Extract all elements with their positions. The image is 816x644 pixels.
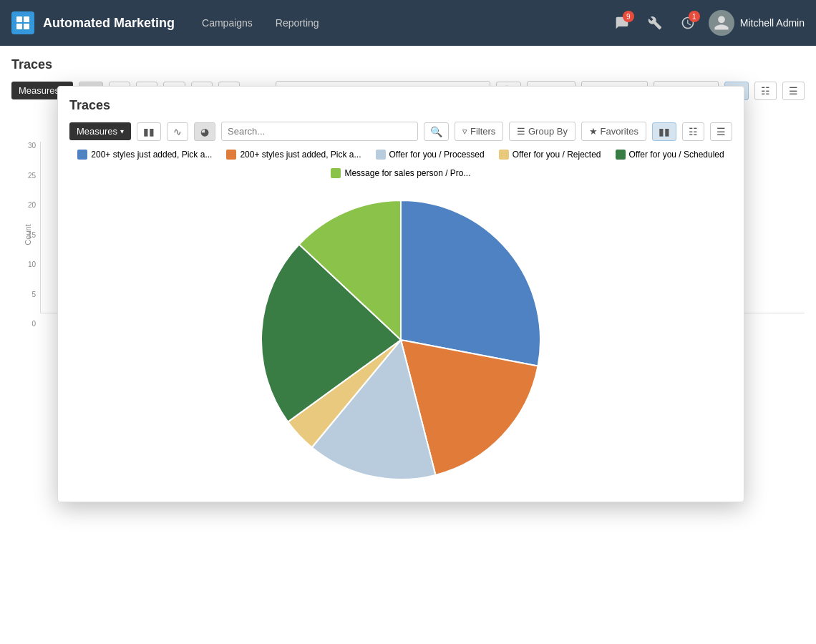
pie-dot-4 [616, 150, 626, 160]
pie-legend-item-5: Message for sales person / Pro... [331, 168, 470, 178]
overlay-card: Traces Measures ▮▮ ∿ ◕ 🔍 ▿ Filters ☰ Gro… [57, 86, 744, 502]
grid-icon [16, 16, 30, 30]
overlay-toolbar: Measures ▮▮ ∿ ◕ 🔍 ▿ Filters ☰ Group By ★… [69, 122, 732, 141]
pie-legend-item-4: Offer for you / Scheduled [616, 150, 724, 160]
overlay-search-input[interactable] [221, 122, 418, 141]
overlay-chart-view-btn[interactable]: ▮▮ [652, 122, 676, 141]
wrench-icon-btn[interactable] [643, 11, 667, 35]
bg-list-view-btn[interactable]: ☰ [782, 82, 805, 100]
pie-dot-1 [226, 150, 236, 160]
overlay-pie-btn[interactable]: ◕ [194, 122, 215, 141]
pie-legend-item-3: Offer for you / Rejected [499, 150, 601, 160]
wrench-icon [648, 16, 662, 30]
pie-dot-5 [331, 168, 341, 178]
pie-dot-0 [77, 150, 87, 160]
svg-rect-3 [24, 24, 29, 29]
clock-icon-btn[interactable]: 1 [676, 11, 700, 35]
svg-rect-1 [24, 16, 29, 22]
main-nav: Campaigns Reporting [192, 11, 329, 34]
overlay-filter-btn[interactable]: ▿ Filters [455, 122, 503, 141]
pie-chart-wrapper [69, 190, 732, 490]
user-menu[interactable]: Mitchell Admin [709, 10, 805, 36]
navbar: Automated Marketing Campaigns Reporting … [0, 0, 816, 46]
avatar-icon [713, 14, 730, 31]
pie-legend-item-1: 200+ styles just added, Pick a... [226, 150, 361, 160]
overlay-line-btn[interactable]: ∿ [167, 122, 188, 141]
clock-badge: 1 [689, 11, 700, 22]
svg-rect-0 [16, 16, 22, 22]
overlay-search-area: 🔍 ▿ Filters ☰ Group By ★ Favorites ▮▮ ☷ … [221, 122, 732, 141]
navbar-icons: 9 1 Mitchell Admin [610, 10, 805, 36]
overlay-search-btn[interactable]: 🔍 [424, 122, 449, 141]
chat-badge: 9 [623, 11, 634, 22]
pie-dot-2 [376, 150, 386, 160]
pie-dot-3 [499, 150, 509, 160]
svg-rect-2 [16, 24, 22, 29]
pie-legend-item-2: Offer for you / Processed [376, 150, 485, 160]
chat-icon-btn[interactable]: 9 [610, 11, 634, 35]
overlay-favorites-btn[interactable]: ★ Favorites [581, 122, 646, 141]
username: Mitchell Admin [740, 17, 805, 29]
pie-chart [251, 190, 551, 490]
nav-reporting[interactable]: Reporting [266, 11, 329, 34]
bg-grid-view-btn[interactable]: ☷ [754, 82, 777, 100]
overlay-measures-button[interactable]: Measures [69, 122, 131, 140]
app-logo[interactable] [11, 11, 34, 34]
overlay-list-view-btn[interactable]: ☰ [710, 122, 732, 141]
bg-page-title: Traces [11, 57, 805, 72]
nav-campaigns[interactable]: Campaigns [192, 11, 263, 34]
overlay-grid-view-btn[interactable]: ☷ [682, 122, 704, 141]
pie-slice-0[interactable] [401, 200, 540, 366]
overlay-groupby-btn[interactable]: ☰ Group By [509, 122, 575, 141]
app-title: Automated Marketing [43, 16, 175, 31]
pie-legend: 200+ styles just added, Pick a... 200+ s… [69, 150, 732, 178]
overlay-bar-btn[interactable]: ▮▮ [137, 122, 161, 141]
pie-legend-item-0: 200+ styles just added, Pick a... [77, 150, 212, 160]
user-avatar [709, 10, 734, 36]
overlay-title: Traces [69, 98, 732, 113]
